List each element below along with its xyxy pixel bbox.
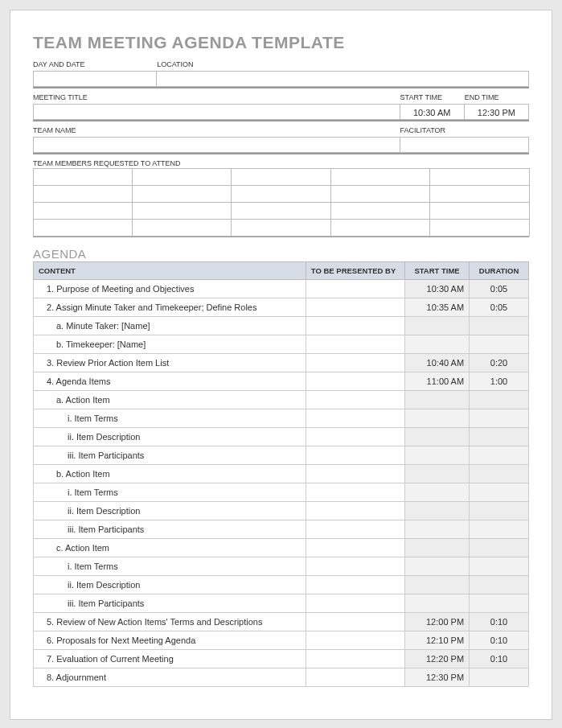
- agenda-presenter-cell[interactable]: [306, 502, 404, 520]
- input-start-time[interactable]: 10:30 AM: [400, 104, 465, 120]
- agenda-content-cell[interactable]: a. Action Item: [34, 391, 306, 409]
- agenda-start-cell[interactable]: [405, 594, 470, 613]
- agenda-content-cell[interactable]: 8. Adjournment: [34, 668, 306, 687]
- agenda-presenter-cell[interactable]: [306, 428, 404, 446]
- agenda-start-cell[interactable]: [405, 335, 470, 354]
- agenda-duration-cell[interactable]: [470, 409, 529, 428]
- member-cell[interactable]: [231, 219, 330, 236]
- agenda-content-cell[interactable]: b. Action Item: [34, 465, 306, 483]
- member-cell[interactable]: [330, 219, 430, 236]
- agenda-presenter-cell[interactable]: [306, 465, 404, 483]
- member-cell[interactable]: [330, 185, 430, 203]
- agenda-duration-cell[interactable]: [470, 428, 529, 446]
- member-cell[interactable]: [132, 185, 232, 203]
- agenda-start-cell[interactable]: [405, 502, 470, 520]
- member-cell[interactable]: [429, 219, 529, 236]
- agenda-content-cell[interactable]: b. Timekeeper: [Name]: [34, 335, 306, 354]
- agenda-duration-cell[interactable]: [470, 557, 529, 576]
- member-cell[interactable]: [132, 202, 232, 220]
- agenda-start-cell[interactable]: 12:20 PM: [405, 650, 470, 668]
- agenda-start-cell[interactable]: 12:00 PM: [405, 613, 470, 631]
- agenda-duration-cell[interactable]: [470, 465, 529, 483]
- member-cell[interactable]: [33, 185, 133, 203]
- agenda-duration-cell[interactable]: [470, 539, 529, 557]
- agenda-content-cell[interactable]: 7. Evaluation of Current Meeting: [34, 650, 306, 668]
- agenda-presenter-cell[interactable]: [306, 576, 404, 594]
- agenda-content-cell[interactable]: ii. Item Description: [34, 502, 306, 520]
- agenda-start-cell[interactable]: 10:35 AM: [405, 298, 470, 317]
- agenda-content-cell[interactable]: iii. Item Participants: [34, 446, 306, 465]
- agenda-duration-cell[interactable]: 0:10: [470, 650, 529, 668]
- agenda-presenter-cell[interactable]: [306, 391, 404, 409]
- agenda-start-cell[interactable]: 12:10 PM: [405, 631, 470, 650]
- member-cell[interactable]: [429, 168, 529, 186]
- agenda-presenter-cell[interactable]: [306, 631, 404, 650]
- agenda-presenter-cell[interactable]: [306, 557, 404, 576]
- agenda-content-cell[interactable]: i. Item Terms: [34, 557, 306, 576]
- member-cell[interactable]: [231, 168, 330, 186]
- agenda-start-cell[interactable]: [405, 409, 470, 428]
- agenda-start-cell[interactable]: 10:40 AM: [405, 354, 470, 372]
- agenda-presenter-cell[interactable]: [306, 650, 404, 668]
- input-team-name[interactable]: [33, 137, 400, 153]
- agenda-presenter-cell[interactable]: [306, 520, 404, 539]
- agenda-duration-cell[interactable]: [470, 520, 529, 539]
- agenda-content-cell[interactable]: i. Item Terms: [34, 483, 306, 502]
- agenda-duration-cell[interactable]: 0:10: [470, 613, 529, 631]
- input-end-time[interactable]: 12:30 PM: [465, 104, 529, 120]
- agenda-presenter-cell[interactable]: [306, 446, 404, 465]
- agenda-start-cell[interactable]: [405, 428, 470, 446]
- agenda-duration-cell[interactable]: 0:10: [470, 631, 529, 650]
- agenda-content-cell[interactable]: 5. Review of New Action Items' Terms and…: [34, 613, 306, 631]
- member-cell[interactable]: [231, 185, 330, 203]
- member-cell[interactable]: [429, 185, 529, 203]
- agenda-content-cell[interactable]: ii. Item Description: [34, 576, 306, 594]
- agenda-start-cell[interactable]: [405, 539, 470, 557]
- agenda-content-cell[interactable]: 3. Review Prior Action Item List: [34, 354, 306, 372]
- input-day-date[interactable]: [33, 71, 157, 87]
- agenda-content-cell[interactable]: 4. Agenda Items: [34, 372, 306, 391]
- agenda-content-cell[interactable]: iii. Item Participants: [34, 520, 306, 539]
- agenda-duration-cell[interactable]: [470, 391, 529, 409]
- agenda-start-cell[interactable]: [405, 557, 470, 576]
- member-cell[interactable]: [132, 219, 232, 236]
- agenda-duration-cell[interactable]: [470, 502, 529, 520]
- agenda-start-cell[interactable]: 11:00 AM: [405, 372, 470, 391]
- input-location[interactable]: [157, 71, 529, 87]
- agenda-presenter-cell[interactable]: [306, 354, 404, 372]
- agenda-start-cell[interactable]: [405, 391, 470, 409]
- agenda-duration-cell[interactable]: 1:00: [470, 372, 529, 391]
- agenda-start-cell[interactable]: [405, 576, 470, 594]
- agenda-duration-cell[interactable]: [470, 483, 529, 502]
- member-cell[interactable]: [330, 168, 430, 186]
- agenda-presenter-cell[interactable]: [306, 539, 404, 557]
- agenda-start-cell[interactable]: 10:30 AM: [405, 280, 470, 298]
- agenda-content-cell[interactable]: 2. Assign Minute Taker and Timekeeper; D…: [34, 298, 306, 317]
- agenda-start-cell[interactable]: [405, 317, 470, 335]
- agenda-duration-cell[interactable]: [470, 668, 529, 687]
- agenda-duration-cell[interactable]: [470, 335, 529, 354]
- agenda-duration-cell[interactable]: [470, 594, 529, 613]
- agenda-duration-cell[interactable]: 0:05: [470, 280, 529, 298]
- agenda-presenter-cell[interactable]: [306, 483, 404, 502]
- agenda-content-cell[interactable]: ii. Item Description: [34, 428, 306, 446]
- agenda-content-cell[interactable]: a. Minute Taker: [Name]: [34, 317, 306, 335]
- agenda-duration-cell[interactable]: [470, 317, 529, 335]
- input-facilitator[interactable]: [400, 137, 529, 153]
- agenda-presenter-cell[interactable]: [306, 372, 404, 391]
- agenda-content-cell[interactable]: c. Action Item: [34, 539, 306, 557]
- agenda-presenter-cell[interactable]: [306, 613, 404, 631]
- agenda-presenter-cell[interactable]: [306, 335, 404, 354]
- member-cell[interactable]: [429, 202, 529, 220]
- member-cell[interactable]: [33, 202, 133, 220]
- agenda-content-cell[interactable]: 1. Purpose of Meeting and Objectives: [34, 280, 306, 298]
- member-cell[interactable]: [33, 168, 133, 186]
- member-cell[interactable]: [231, 202, 330, 220]
- agenda-start-cell[interactable]: [405, 520, 470, 539]
- agenda-duration-cell[interactable]: [470, 576, 529, 594]
- agenda-content-cell[interactable]: iii. Item Participants: [34, 594, 306, 613]
- member-cell[interactable]: [33, 219, 133, 236]
- agenda-start-cell[interactable]: [405, 483, 470, 502]
- agenda-presenter-cell[interactable]: [306, 317, 404, 335]
- agenda-duration-cell[interactable]: [470, 446, 529, 465]
